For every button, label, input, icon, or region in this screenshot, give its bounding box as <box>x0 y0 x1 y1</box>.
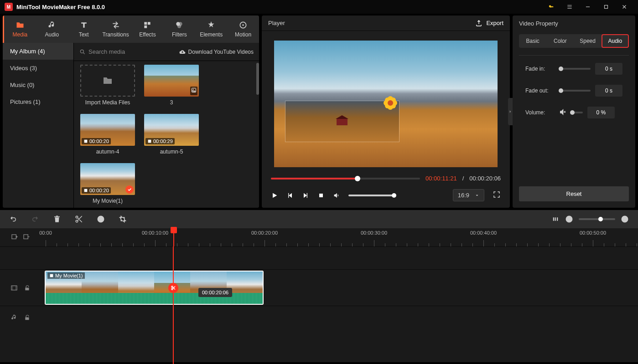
media-item[interactable]: 3 <box>144 65 199 106</box>
svg-rect-22 <box>12 235 16 239</box>
play-button[interactable] <box>271 192 278 199</box>
stop-button[interactable] <box>317 192 325 199</box>
film-icon <box>49 273 54 278</box>
redo-button[interactable] <box>31 215 39 223</box>
search-input[interactable]: Search media <box>79 48 176 55</box>
svg-point-27 <box>171 288 173 290</box>
tab-filters-label: Filters <box>172 31 187 38</box>
unlock-icon[interactable] <box>24 285 31 291</box>
sidebar-item-myalbum[interactable]: My Album (4) <box>3 43 73 60</box>
svg-rect-13 <box>148 140 151 143</box>
tab-audio-label: Audio <box>45 31 59 38</box>
tab-filters[interactable]: Filters <box>163 15 195 43</box>
fullscreen-button[interactable] <box>493 190 501 200</box>
folder-icon <box>102 75 113 86</box>
sidebar-item-pictures[interactable]: Pictures (1) <box>3 93 73 110</box>
tab-effects[interactable]: Effects <box>132 15 164 43</box>
close-icon[interactable] <box>615 0 633 14</box>
tab-elements[interactable]: Elements <box>195 15 227 43</box>
download-youtube-label: Download YouTube Videos <box>188 49 254 55</box>
crop-button[interactable] <box>119 215 127 223</box>
ruler-playhead[interactable] <box>173 228 174 246</box>
tab-audio[interactable]: Audio <box>36 15 68 43</box>
minimize-icon[interactable] <box>579 0 597 14</box>
media-item[interactable]: 00:00:20 autumn-4 <box>80 114 135 155</box>
split-button[interactable] <box>75 215 83 223</box>
app-logo: M <box>5 3 13 11</box>
tab-basic[interactable]: Basic <box>519 34 546 48</box>
tab-audio-prop[interactable]: Audio <box>602 34 629 48</box>
tab-media[interactable]: Media <box>3 15 36 43</box>
svg-point-6 <box>177 24 181 28</box>
svg-rect-3 <box>145 26 147 28</box>
tab-media-label: Media <box>13 31 28 38</box>
tab-transitions-label: Transitions <box>102 31 129 38</box>
volume-prop-slider[interactable] <box>571 112 583 113</box>
svg-rect-24 <box>11 286 17 290</box>
fade-out-value[interactable]: 0 s <box>595 85 622 97</box>
remove-track-icon[interactable] <box>23 234 30 241</box>
fade-in-slider[interactable] <box>559 68 591 70</box>
zoom-out-button[interactable] <box>565 215 573 223</box>
download-youtube-button[interactable]: Download YouTube Videos <box>179 49 254 55</box>
timeline-playhead[interactable] <box>173 246 174 364</box>
fade-in-value[interactable]: 0 s <box>595 63 622 75</box>
svg-rect-25 <box>50 274 53 277</box>
speed-button[interactable] <box>97 215 105 223</box>
prev-button[interactable] <box>286 192 294 199</box>
zoom-in-button[interactable] <box>621 215 629 223</box>
total-time: 00:00:20:06 <box>469 175 501 182</box>
export-button[interactable]: Export <box>475 20 503 27</box>
maximize-icon[interactable] <box>597 0 615 14</box>
license-key-icon[interactable] <box>542 0 560 14</box>
sidebar-item-music[interactable]: Music (0) <box>3 77 73 93</box>
mute-icon[interactable] <box>559 108 566 117</box>
next-button[interactable] <box>302 192 309 199</box>
svg-point-8 <box>242 24 244 26</box>
volume-prop-value[interactable]: 0 % <box>587 107 615 118</box>
ruler-label: 00:00:10:00 <box>142 230 168 236</box>
tab-color[interactable]: Color <box>546 34 574 48</box>
timeline-row-controls <box>0 228 41 246</box>
ruler-label: 00:00 <box>39 230 52 236</box>
svg-rect-0 <box>605 5 608 9</box>
video-track[interactable]: My Movie(1) 00:00:20:06 <box>0 269 638 306</box>
zoom-slider[interactable] <box>579 218 615 220</box>
tab-speed[interactable]: Speed <box>574 34 602 48</box>
fade-out-row: Fade out: 0 s <box>525 85 622 97</box>
svg-point-26 <box>171 286 173 287</box>
unlock-icon[interactable] <box>24 314 31 321</box>
split-handle[interactable] <box>168 283 178 293</box>
menu-icon[interactable] <box>560 0 579 14</box>
image-icon <box>190 87 197 95</box>
media-item[interactable]: 00:00:20 My Movie(1) <box>80 163 135 204</box>
volume-icon[interactable] <box>333 192 340 199</box>
svg-rect-17 <box>553 217 554 221</box>
audio-track[interactable] <box>0 306 638 328</box>
collapse-handle[interactable] <box>508 98 513 125</box>
volume-slider[interactable] <box>348 195 394 196</box>
music-track-icon <box>10 314 18 321</box>
fade-out-slider[interactable] <box>559 90 591 92</box>
tab-transitions[interactable]: Transitions <box>100 15 132 43</box>
tab-motion[interactable]: Motion <box>227 15 259 43</box>
svg-rect-18 <box>555 217 556 221</box>
overlay-track[interactable] <box>0 246 638 269</box>
delete-button[interactable] <box>53 215 61 223</box>
sidebar-item-videos[interactable]: Videos (3) <box>3 60 73 77</box>
import-media-button[interactable]: Import Media Files <box>80 65 135 106</box>
reset-button[interactable]: Reset <box>519 186 629 201</box>
fit-zoom-icon[interactable] <box>551 215 560 223</box>
ruler-label: 00:00:20:00 <box>251 230 278 236</box>
svg-point-11 <box>193 89 194 90</box>
seek-slider[interactable] <box>271 178 420 179</box>
aspect-ratio-select[interactable]: 16:9 <box>453 189 484 201</box>
media-item[interactable]: 00:00:29 autumn-5 <box>144 114 199 155</box>
media-scrollbar[interactable] <box>256 63 259 95</box>
ruler-label: 00:00:40:00 <box>470 230 497 236</box>
add-track-icon[interactable] <box>11 234 18 241</box>
timeline-ruler[interactable]: 00:0000:00:10:0000:00:20:0000:00:30:0000… <box>41 228 638 246</box>
video-preview[interactable] <box>274 41 498 167</box>
tab-text[interactable]: Text <box>68 15 100 43</box>
undo-button[interactable] <box>9 215 17 223</box>
